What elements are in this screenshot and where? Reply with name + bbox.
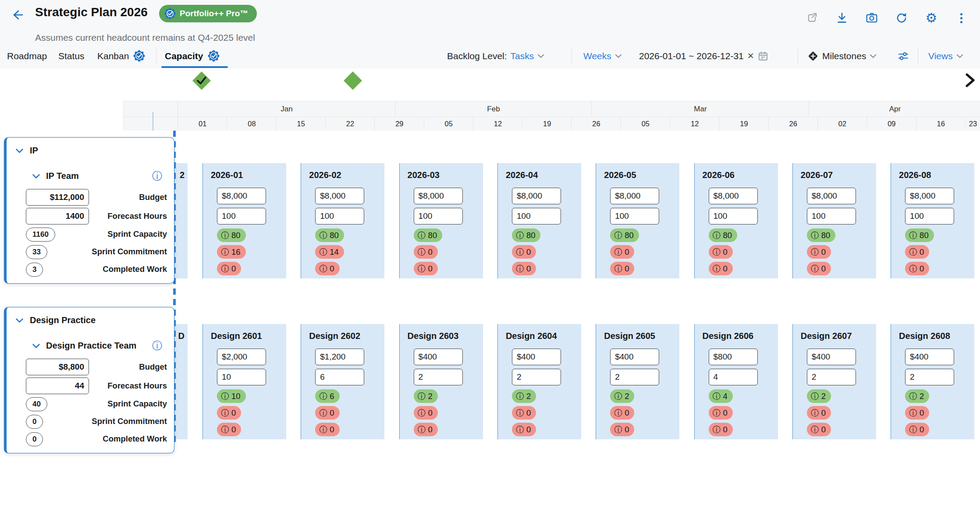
sprint-commitment-badge[interactable]: ⓘ0 <box>610 245 634 259</box>
collapse-chevron-icon[interactable] <box>15 148 24 153</box>
camera-icon[interactable] <box>865 11 878 25</box>
collapse-chevron-icon[interactable] <box>32 174 40 179</box>
sprint-capacity-badge[interactable]: ⓘ2 <box>610 389 634 403</box>
sprint-capacity-badge[interactable]: ⓘ2 <box>905 389 929 403</box>
sprint-hours-input[interactable]: 100 <box>709 208 758 224</box>
sprint-capacity-badge[interactable]: ⓘ80 <box>807 228 836 242</box>
sprint-capacity-badge[interactable]: ⓘ4 <box>709 389 733 403</box>
completed-work-badge[interactable]: ⓘ0 <box>709 423 733 436</box>
sprint-capacity-badge[interactable]: ⓘ80 <box>610 228 639 242</box>
completed-work-badge[interactable]: ⓘ0 <box>414 262 438 275</box>
sprint-budget-input[interactable]: $800 <box>709 349 758 365</box>
sprint-commitment-badge[interactable]: ⓘ0 <box>315 406 339 420</box>
sprint-capacity-badge[interactable]: ⓘ10 <box>217 389 246 403</box>
sprint-commitment-badge[interactable]: ⓘ0 <box>610 406 634 420</box>
gear-icon[interactable]: ⚙ <box>925 11 938 25</box>
sprint-budget-input[interactable]: $8,000 <box>905 188 954 204</box>
collapse-chevron-icon[interactable] <box>15 318 24 323</box>
sprint-hours-input[interactable]: 2 <box>807 369 856 385</box>
sprint-budget-input[interactable]: $8,000 <box>610 188 659 204</box>
sprint-hours-input[interactable]: 100 <box>807 208 856 224</box>
forecast_hours-input[interactable]: 1400 <box>26 208 89 224</box>
sprint-budget-input[interactable]: $8,000 <box>315 188 364 204</box>
milestone-diamond[interactable] <box>342 70 363 93</box>
backlog-level-value[interactable]: Tasks <box>511 51 534 61</box>
sprint-budget-input[interactable]: $8,000 <box>512 188 561 204</box>
completed-work-badge[interactable]: ⓘ0 <box>905 262 929 275</box>
sprint-budget-input[interactable]: $8,000 <box>217 188 266 204</box>
completed-work-badge[interactable]: ⓘ0 <box>905 423 929 436</box>
completed-work-badge[interactable]: ⓘ0 <box>512 262 536 275</box>
sprint-capacity-badge[interactable]: ⓘ80 <box>217 228 246 242</box>
more-menu-icon[interactable] <box>955 11 968 25</box>
completed-work-badge[interactable]: ⓘ0 <box>512 423 536 436</box>
sprint-capacity-badge[interactable]: ⓘ80 <box>315 228 344 242</box>
sprint-commitment-badge[interactable]: ⓘ0 <box>807 406 831 420</box>
tab-status[interactable]: Status <box>58 44 85 68</box>
completed-work-badge[interactable]: ⓘ0 <box>217 423 241 436</box>
sprint-hours-input[interactable]: 100 <box>512 208 561 224</box>
download-icon[interactable] <box>835 11 849 25</box>
sprint-hours-input[interactable]: 6 <box>315 369 364 385</box>
sprint-hours-input[interactable]: 4 <box>709 369 758 385</box>
sprint-budget-input[interactable]: $8,000 <box>414 188 463 204</box>
sprint-budget-input[interactable]: $400 <box>512 349 561 365</box>
sprint-budget-input[interactable]: $400 <box>807 349 856 365</box>
tab-capacity[interactable]: Capacity <box>165 44 220 68</box>
sprint-commitment-badge[interactable]: ⓘ0 <box>512 406 536 420</box>
tab-roadmap[interactable]: Roadmap <box>7 44 47 68</box>
sprint-budget-input[interactable]: $2,000 <box>217 349 266 365</box>
sprint-capacity-badge[interactable]: ⓘ80 <box>905 228 934 242</box>
completed-work-badge[interactable]: ⓘ0 <box>709 262 733 275</box>
completed-work-badge[interactable]: ⓘ0 <box>807 423 831 436</box>
completed-work-badge[interactable]: ⓘ0 <box>610 262 634 275</box>
collapse-chevron-icon[interactable] <box>32 343 40 349</box>
display-options-icon[interactable] <box>898 44 909 68</box>
info-icon[interactable]: ⓘ <box>152 171 162 181</box>
sprint-budget-input[interactable]: $8,000 <box>709 188 758 204</box>
clear-date-icon[interactable]: ✕ <box>747 51 754 61</box>
sprint-hours-input[interactable]: 100 <box>610 208 659 224</box>
sprint-budget-input[interactable]: $400 <box>905 349 954 365</box>
sprint-commitment-badge[interactable]: ⓘ0 <box>709 245 733 259</box>
sprint-hours-input[interactable]: 100 <box>414 208 463 224</box>
info-icon[interactable]: ⓘ <box>152 341 162 351</box>
sprint-hours-input[interactable]: 100 <box>905 208 954 224</box>
views-label[interactable]: Views <box>928 51 953 61</box>
scroll-right-icon[interactable] <box>963 71 976 91</box>
sprint-commitment-badge[interactable]: ⓘ0 <box>905 406 929 420</box>
sprint-capacity-badge[interactable]: ⓘ80 <box>512 228 541 242</box>
views-control[interactable]: Views <box>928 44 963 68</box>
date-range-control[interactable]: 2026-01-01 ~ 2026-12-31 ✕ <box>639 44 768 68</box>
sprint-hours-input[interactable]: 10 <box>217 369 266 385</box>
refresh-icon[interactable] <box>895 11 908 25</box>
sprint-commitment-badge[interactable]: ⓘ14 <box>315 245 344 259</box>
sprint-capacity-badge[interactable]: ⓘ2 <box>512 389 536 403</box>
sprint-commitment-badge[interactable]: ⓘ0 <box>217 406 241 420</box>
backlog-level-control[interactable]: Backlog Level: Tasks <box>447 44 544 68</box>
sprint-budget-input[interactable]: $400 <box>414 349 463 365</box>
sprint-budget-input[interactable]: $1,200 <box>315 349 364 365</box>
tab-kanban[interactable]: Kanban <box>97 44 145 68</box>
calendar-icon[interactable] <box>758 51 768 61</box>
milestones-control[interactable]: Milestones <box>807 44 877 68</box>
sprint-hours-input[interactable]: 2 <box>414 369 463 385</box>
sprint-commitment-badge[interactable]: ⓘ0 <box>905 245 929 259</box>
forecast_hours-input[interactable]: 44 <box>26 378 89 394</box>
sprint-commitment-badge[interactable]: ⓘ0 <box>807 245 831 259</box>
sprint-capacity-badge[interactable]: ⓘ2 <box>414 389 438 403</box>
sprint-capacity-badge[interactable]: ⓘ80 <box>709 228 738 242</box>
sprint-hours-input[interactable]: 2 <box>905 369 954 385</box>
sprint-commitment-badge[interactable]: ⓘ0 <box>512 245 536 259</box>
budget-input[interactable]: $8,800 <box>26 359 89 375</box>
sprint-capacity-badge[interactable]: ⓘ2 <box>807 389 831 403</box>
sprint-hours-input[interactable]: 2 <box>610 369 659 385</box>
completed-work-badge[interactable]: ⓘ0 <box>610 423 634 436</box>
sprint-budget-input[interactable]: $8,000 <box>807 188 856 204</box>
completed-work-badge[interactable]: ⓘ0 <box>807 262 831 275</box>
sprint-hours-input[interactable]: 100 <box>315 208 364 224</box>
sprint-budget-input[interactable]: $400 <box>610 349 659 365</box>
completed-work-badge[interactable]: ⓘ0 <box>315 423 339 436</box>
time-scale-control[interactable]: Weeks <box>583 44 622 68</box>
sprint-capacity-badge[interactable]: ⓘ80 <box>414 228 443 242</box>
